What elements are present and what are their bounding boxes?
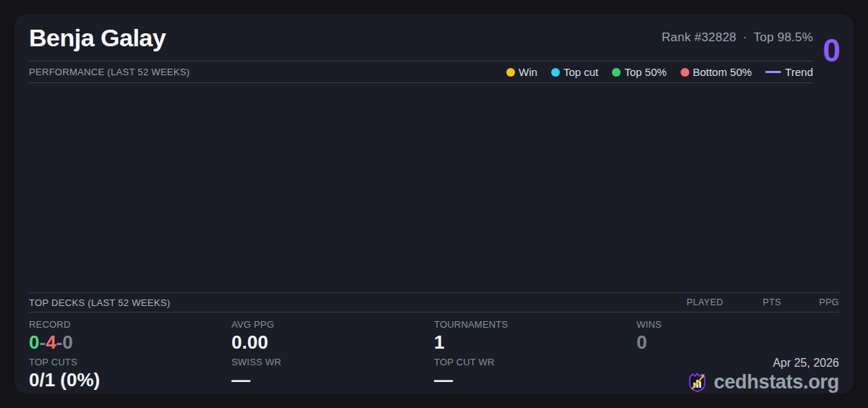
stat-top-cut-wr: TOP CUT WR — xyxy=(434,357,637,394)
column-header-played: PLAYED xyxy=(665,297,723,307)
top-percent: Top 98.5% xyxy=(754,30,813,45)
legend-label: Win xyxy=(519,66,537,78)
win-dot-icon xyxy=(506,68,515,77)
record-wins: 0 xyxy=(29,331,39,353)
card-header: Benja Galay Rank #32828 · Top 98.5% xyxy=(29,14,813,61)
legend-item-trend: Trend xyxy=(765,66,813,78)
record-losses: 4 xyxy=(46,331,56,353)
stat-top-cuts: TOP CUTS 0/1 (0%) xyxy=(29,357,231,394)
rank-separator: · xyxy=(743,30,747,45)
cedhstats-logo-icon xyxy=(686,371,708,393)
tournaments-value: 1 xyxy=(434,332,637,353)
record-draws: 0 xyxy=(62,331,72,353)
performance-chart xyxy=(29,83,813,292)
stats-grid: RECORD 0-4-0 AVG PPG 0.00 TOURNAMENTS 1 … xyxy=(29,313,839,394)
top-section: Benja Galay Rank #32828 · Top 98.5% PERF… xyxy=(29,14,813,292)
top-cut-dot-icon xyxy=(551,68,560,77)
legend-item-top-cut: Top cut xyxy=(551,66,598,78)
legend-label: Top cut xyxy=(563,66,598,78)
player-name: Benja Galay xyxy=(29,24,166,52)
trend-line-icon xyxy=(765,71,781,73)
record-separator: - xyxy=(39,331,46,353)
legend-item-top-50: Top 50% xyxy=(612,66,666,78)
player-stats-card: 0 Benja Galay Rank #32828 · Top 98.5% PE… xyxy=(14,14,854,394)
legend-label: Trend xyxy=(785,66,813,78)
date-label: Apr 25, 2026 xyxy=(773,357,839,370)
stat-wins: WINS 0 xyxy=(637,319,839,357)
top-decks-title: TOP DECKS (LAST 52 WEEKS) xyxy=(29,297,170,308)
performance-header-row: PERFORMANCE (LAST 52 WEEKS) Win Top cut … xyxy=(29,61,813,83)
wins-value: 0 xyxy=(637,332,839,353)
top-cuts-value: 0/1 (0%) xyxy=(29,370,231,391)
legend-label: Top 50% xyxy=(624,66,666,78)
stat-record: RECORD 0-4-0 xyxy=(29,319,231,357)
stat-swiss-wr: SWISS WR — xyxy=(231,357,434,394)
record-separator: - xyxy=(56,331,63,353)
column-header-ppg: PPG xyxy=(781,297,839,307)
top-decks-header-row: TOP DECKS (LAST 52 WEEKS) PLAYED PTS PPG xyxy=(29,292,839,313)
swiss-wr-value: — xyxy=(231,370,434,391)
stat-tournaments: TOURNAMENTS 1 xyxy=(434,319,637,357)
avg-ppg-value: 0.00 xyxy=(231,332,434,353)
brand-row: cedhstats.org xyxy=(686,371,839,394)
brand-name: cedhstats.org xyxy=(714,371,839,394)
legend-label: Bottom 50% xyxy=(693,66,752,78)
chart-legend: Win Top cut Top 50% Bottom 50% Trend xyxy=(506,66,813,78)
rank-text: Rank #32828 · Top 98.5% xyxy=(662,30,813,45)
branding-footer: Apr 25, 2026 cedhstats.org xyxy=(637,357,839,394)
stat-avg-ppg: AVG PPG 0.00 xyxy=(231,319,434,357)
top-50-dot-icon xyxy=(612,68,621,77)
page: { "page": { "background": "#131318", "ca… xyxy=(0,0,868,408)
record-value: 0-4-0 xyxy=(29,332,231,353)
top-cut-wr-value: — xyxy=(434,370,637,391)
score-badge: 0 xyxy=(823,35,841,67)
legend-item-win: Win xyxy=(506,66,537,78)
column-header-pts: PTS xyxy=(723,297,781,307)
performance-section-title: PERFORMANCE (LAST 52 WEEKS) xyxy=(29,67,190,77)
top-decks-column-headers: PLAYED PTS PPG xyxy=(665,297,839,307)
bottom-50-dot-icon xyxy=(681,68,689,77)
legend-item-bottom-50: Bottom 50% xyxy=(681,66,752,78)
rank-number: Rank #32828 xyxy=(662,30,736,45)
